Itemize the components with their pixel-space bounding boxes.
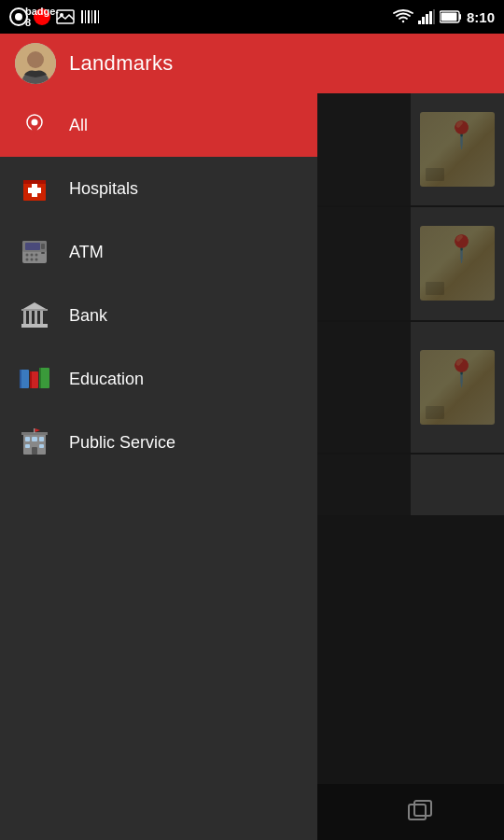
drawer-item-public-service-label: Public Service [69,433,175,453]
books-icon [20,366,49,392]
svg-rect-5 [85,10,86,23]
drawer-item-all-label: All [69,116,88,135]
public-service-building-icon [21,428,48,456]
svg-rect-11 [422,17,425,24]
drawer-item-atm-label: ATM [69,243,104,262]
svg-rect-12 [426,14,428,24]
svg-rect-37 [41,252,45,254]
drawer-item-education[interactable]: Education [0,347,317,411]
badge-8: badge-8 [34,8,50,25]
svg-rect-55 [39,437,44,441]
svg-marker-38 [21,302,48,310]
location-pin-icon [22,113,47,137]
battery-icon [440,10,462,23]
drawer-item-public-service[interactable]: Public Service [0,411,317,474]
user-avatar[interactable] [15,43,56,84]
svg-rect-14 [433,9,435,24]
svg-point-19 [27,51,44,68]
all-icon [19,109,50,141]
svg-rect-17 [441,13,456,21]
bank-building-icon [20,301,49,329]
avatar-image [15,43,56,84]
svg-rect-43 [21,324,48,328]
hospital-icon [21,175,49,203]
svg-rect-57 [39,444,44,448]
svg-rect-50 [39,368,41,388]
svg-point-32 [31,254,34,257]
drawer-item-education-label: Education [69,370,144,389]
status-bar: badge-8 [0,0,504,34]
toolbar-title: Landmarks [69,51,174,76]
status-left-icons: badge-8 [9,7,99,26]
public-service-icon [19,427,50,458]
education-icon [19,363,50,395]
svg-rect-52 [32,447,37,455]
svg-rect-48 [30,371,32,388]
svg-point-33 [35,254,38,257]
svg-marker-60 [35,428,41,432]
svg-rect-39 [23,310,26,325]
svg-rect-54 [32,437,37,441]
svg-rect-16 [459,14,461,20]
drawer-item-bank-label: Bank [69,306,107,326]
svg-rect-30 [41,244,45,249]
bank-icon [19,300,50,331]
drawer-item-bank[interactable]: Bank [0,284,317,347]
svg-rect-41 [35,310,37,325]
image-icon [56,9,75,24]
svg-point-36 [35,259,38,261]
svg-point-31 [26,254,29,257]
barcode-icon [80,9,99,24]
svg-point-22 [32,119,38,126]
drawer-item-hospitals[interactable]: Hospitals [0,157,317,220]
svg-point-1 [15,13,22,21]
svg-rect-56 [25,444,30,448]
content-area: rial Hospital & ain, 1st phase,angalore … [0,93,504,840]
atm-icon [19,236,50,268]
status-time: 8:10 [467,9,495,25]
svg-rect-24 [23,180,46,184]
svg-rect-46 [20,370,21,388]
svg-rect-44 [21,309,48,311]
side-drawer: All Hospitals [0,93,317,840]
toolbar: Landmarks [0,34,504,93]
svg-rect-7 [91,10,92,23]
drawer-item-all[interactable]: All [0,93,317,157]
svg-rect-4 [81,10,83,23]
svg-rect-59 [34,428,35,433]
wifi-icon [393,9,413,24]
svg-rect-6 [88,10,90,23]
hospitals-icon [19,173,50,204]
svg-rect-29 [25,243,40,250]
atm-machine-icon [21,239,49,265]
svg-rect-10 [418,21,421,24]
signal-icon [418,9,435,24]
status-right-icons: 8:10 [393,9,495,25]
drawer-item-atm[interactable]: ATM [0,220,317,284]
svg-rect-40 [29,310,32,325]
svg-rect-42 [40,310,43,325]
svg-rect-13 [429,11,432,24]
svg-point-35 [31,259,34,261]
svg-point-34 [26,259,29,261]
drawer-item-hospitals-label: Hospitals [69,179,138,199]
svg-rect-53 [25,437,30,441]
svg-rect-8 [94,10,96,23]
svg-rect-26 [28,188,41,193]
svg-rect-9 [98,10,99,23]
